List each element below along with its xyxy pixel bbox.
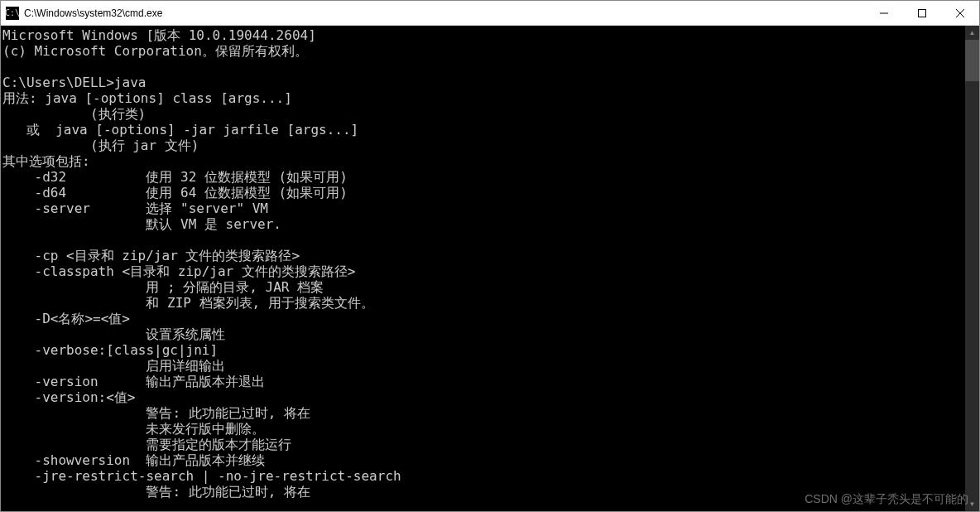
titlebar[interactable]: C:\ C:\Windows\system32\cmd.exe	[1, 1, 979, 26]
terminal-output[interactable]: Microsoft Windows [版本 10.0.19044.2604] (…	[1, 26, 965, 511]
terminal-area: Microsoft Windows [版本 10.0.19044.2604] (…	[1, 26, 979, 511]
window-title: C:\Windows\system32\cmd.exe	[24, 7, 865, 19]
minimize-button[interactable]	[865, 1, 903, 25]
scroll-down-arrow[interactable]: ▼	[965, 497, 979, 511]
window-controls	[865, 1, 979, 25]
app-icon: C:\	[6, 7, 19, 20]
vertical-scrollbar[interactable]: ▲ ▼	[965, 26, 979, 511]
scrollbar-thumb[interactable]	[965, 40, 979, 81]
close-button[interactable]	[941, 1, 979, 25]
cmd-window: C:\ C:\Windows\system32\cmd.exe Microsof…	[0, 0, 980, 512]
svg-rect-1	[919, 9, 926, 17]
scroll-up-arrow[interactable]: ▲	[965, 26, 979, 40]
maximize-button[interactable]	[903, 1, 941, 25]
